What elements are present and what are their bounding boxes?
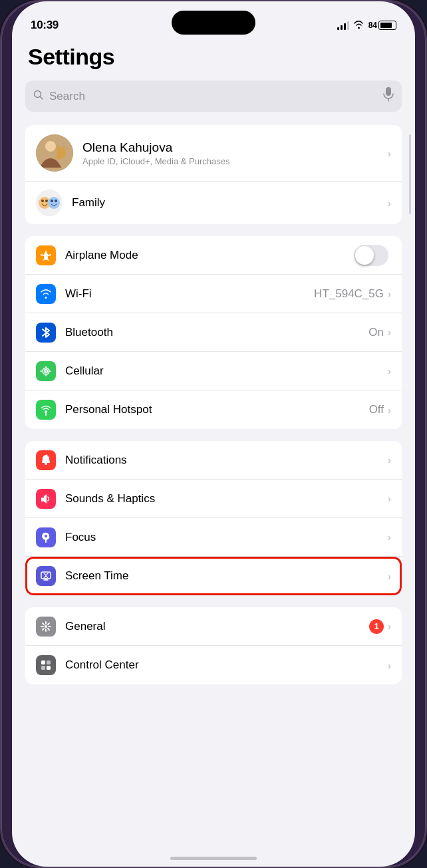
volume-up-button[interactable]	[0, 118, 1, 158]
svg-point-10	[41, 200, 44, 202]
svg-point-17	[45, 370, 47, 372]
profile-info: Olena Kahujova Apple ID, iCloud+, Media …	[82, 140, 388, 166]
bluetooth-label: Bluetooth	[65, 326, 368, 339]
notifications-row[interactable]: Notifications ›	[25, 441, 402, 480]
cellular-chevron-icon: ›	[388, 365, 391, 376]
sounds-chevron-icon: ›	[388, 493, 391, 504]
family-row[interactable]: Family ›	[25, 182, 402, 224]
profile-avatar	[36, 134, 73, 172]
settings-content: Settings Search	[12, 39, 415, 696]
svg-rect-1	[386, 87, 391, 96]
search-placeholder: Search	[49, 90, 378, 103]
control-center-chevron-icon: ›	[388, 660, 391, 671]
notifications-icon	[36, 450, 56, 470]
hotspot-row[interactable]: Personal Hotspot Off ›	[25, 390, 402, 429]
phone-screen: 10:39 84	[12, 1, 415, 867]
bluetooth-value: On	[368, 326, 384, 339]
focus-row[interactable]: Focus ›	[25, 518, 402, 557]
profile-row[interactable]: Olena Kahujova Apple ID, iCloud+, Media …	[25, 125, 402, 182]
profile-section: Olena Kahujova Apple ID, iCloud+, Media …	[25, 125, 402, 224]
family-label: Family	[72, 196, 388, 210]
sounds-icon	[36, 489, 56, 509]
search-bar[interactable]: Search	[25, 80, 402, 112]
notifications-label: Notifications	[65, 454, 388, 467]
sounds-row[interactable]: Sounds & Haptics ›	[25, 480, 402, 518]
svg-point-3	[45, 141, 56, 152]
cellular-label: Cellular	[65, 364, 388, 378]
svg-point-7	[63, 146, 65, 152]
screen-time-row[interactable]: Screen Time ›	[25, 557, 402, 595]
cellular-row[interactable]: Cellular ›	[25, 352, 402, 390]
bluetooth-row[interactable]: Bluetooth On ›	[25, 313, 402, 352]
hotspot-chevron-icon: ›	[388, 404, 391, 416]
svg-point-11	[45, 200, 48, 202]
airplane-mode-toggle-knob	[355, 246, 374, 265]
focus-chevron-icon: ›	[388, 531, 391, 543]
svg-rect-24	[41, 660, 45, 664]
wifi-chevron-icon: ›	[388, 288, 391, 299]
screen-time-label: Screen Time	[65, 569, 388, 583]
bluetooth-icon	[36, 323, 56, 343]
sounds-label: Sounds & Haptics	[65, 492, 388, 506]
wifi-icon	[36, 284, 56, 304]
screen-time-icon	[36, 566, 56, 586]
profile-subtitle: Apple ID, iCloud+, Media & Purchases	[82, 156, 388, 166]
wifi-label: Wi-Fi	[65, 287, 314, 301]
svg-point-5	[56, 156, 63, 160]
profile-name: Olena Kahujova	[82, 140, 388, 155]
svg-point-18	[45, 410, 47, 413]
battery-text: 84	[368, 21, 377, 30]
svg-rect-25	[47, 660, 51, 664]
airplane-mode-toggle[interactable]	[354, 245, 388, 266]
mute-button[interactable]	[0, 81, 1, 108]
status-icons: 84	[337, 20, 396, 31]
wifi-row[interactable]: Wi-Fi HT_594C_5G ›	[25, 275, 402, 313]
mic-icon	[383, 87, 394, 105]
svg-rect-20	[41, 498, 44, 502]
general-icon	[36, 617, 56, 637]
bluetooth-chevron-icon: ›	[388, 327, 391, 338]
focus-icon	[36, 527, 56, 547]
svg-point-6	[57, 146, 61, 152]
hotspot-label: Personal Hotspot	[65, 403, 369, 416]
home-indicator	[170, 857, 257, 860]
network-section: Airplane Mode Wi-Fi HT_59	[25, 236, 402, 429]
cellular-icon	[36, 361, 56, 381]
profile-chevron-icon: ›	[388, 148, 391, 159]
status-time: 10:39	[31, 19, 59, 32]
general-chevron-icon: ›	[388, 621, 391, 632]
volume-down-button[interactable]	[0, 166, 1, 206]
phone-frame: 10:39 84	[0, 0, 427, 868]
hotspot-value: Off	[369, 403, 384, 416]
focus-label: Focus	[65, 531, 388, 544]
svg-point-14	[55, 200, 57, 202]
wifi-value: HT_594C_5G	[314, 287, 384, 301]
svg-rect-26	[41, 666, 45, 670]
svg-rect-27	[47, 666, 51, 670]
control-center-icon	[36, 655, 56, 675]
svg-point-12	[48, 197, 60, 209]
general-row[interactable]: General 1 ›	[25, 607, 402, 646]
battery-fill	[380, 23, 392, 28]
airplane-mode-icon	[36, 245, 56, 265]
battery-icon: 84	[368, 21, 396, 30]
screen-time-chevron-icon: ›	[388, 571, 391, 582]
svg-rect-19	[45, 413, 47, 416]
svg-point-21	[45, 535, 47, 537]
general-badge: 1	[369, 619, 384, 634]
system-section: Notifications › Sounds & Haptics ›	[25, 441, 402, 595]
wifi-status-icon	[353, 20, 364, 31]
general-label: General	[65, 620, 369, 633]
control-center-label: Control Center	[65, 658, 388, 672]
control-center-row[interactable]: Control Center ›	[25, 646, 402, 684]
page-title: Settings	[25, 39, 402, 80]
airplane-mode-row[interactable]: Airplane Mode	[25, 236, 402, 275]
signal-bars-icon	[337, 21, 349, 30]
general-section: General 1 › Control Center	[25, 607, 402, 684]
dynamic-island	[172, 11, 255, 35]
airplane-mode-label: Airplane Mode	[65, 249, 354, 262]
hotspot-icon	[36, 400, 56, 420]
notifications-chevron-icon: ›	[388, 454, 391, 466]
family-chevron-icon: ›	[388, 198, 391, 209]
scroll-indicator[interactable]	[409, 134, 411, 214]
